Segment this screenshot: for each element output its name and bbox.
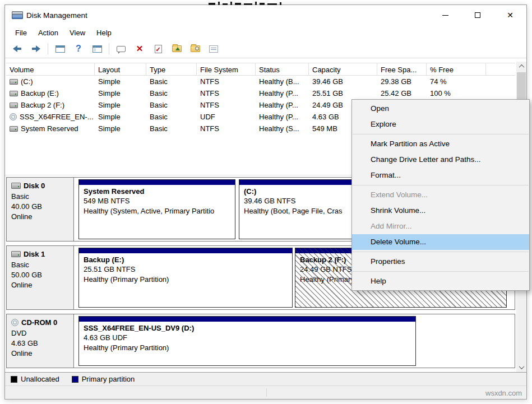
volume-list-header: Volume Layout Type File System Status Ca… xyxy=(6,63,515,76)
delete-volume-button[interactable]: ✕ xyxy=(133,42,146,55)
disk1-label[interactable]: Disk 1 Basic 50.00 GB Online xyxy=(7,246,74,309)
disk-status: Online xyxy=(11,349,73,359)
menu-item-delete-volume[interactable]: Delete Volume... xyxy=(352,234,529,250)
folder-search-button[interactable] xyxy=(188,42,202,55)
toolbar: ? ✕ xyxy=(5,40,526,58)
partition-backup-e[interactable]: Backup (E:) 25.51 GB NTFS Healthy (Prima… xyxy=(78,248,293,308)
partition-dvd-d[interactable]: SSS_X64FREE_EN-US_DV9 (D:) 4.63 GB UDF H… xyxy=(78,316,416,366)
menu-item-format[interactable]: Format... xyxy=(352,168,529,183)
console-tree-button[interactable] xyxy=(90,42,104,55)
menu-item-open[interactable]: Open xyxy=(352,101,529,117)
menu-help[interactable]: Help xyxy=(91,26,117,39)
properties-check-button[interactable] xyxy=(151,42,165,55)
cell-capacity: 25.51 GB xyxy=(309,89,377,97)
legend-unallocated: Unallocated xyxy=(11,375,59,383)
minimize-button[interactable] xyxy=(429,5,461,25)
window-controls: ✕ xyxy=(429,5,526,25)
menu-separator xyxy=(353,185,529,185)
disk-size: 4.63 GB xyxy=(11,338,73,349)
forward-button[interactable] xyxy=(29,42,43,55)
unallocated-swatch xyxy=(11,376,17,383)
watermark: wsxdn.com xyxy=(485,389,522,397)
console-window-button[interactable] xyxy=(53,42,67,55)
menu-item-shrink-volume[interactable]: Shrink Volume... xyxy=(352,203,529,219)
details-view-button[interactable] xyxy=(207,42,220,55)
cell-type: Basic xyxy=(146,89,197,97)
minimize-icon xyxy=(442,15,448,16)
cell-status: Healthy (P... xyxy=(256,101,309,109)
partition-title: System Reserved xyxy=(79,185,235,196)
partition-size: 25.51 GB NTFS xyxy=(79,264,292,274)
help-button[interactable]: ? xyxy=(72,42,85,55)
scroll-up-button[interactable] xyxy=(516,62,526,71)
volume-row-backup-e[interactable]: Backup (E:) Simple Basic NTFS Healthy (P… xyxy=(6,87,515,99)
maximize-button[interactable] xyxy=(461,5,494,25)
disk-name: Disk 1 xyxy=(24,250,45,258)
disk-size: 40.00 GB xyxy=(11,202,73,212)
menu-item-explore[interactable]: Explore xyxy=(352,117,529,132)
cell-layout: Simple xyxy=(95,124,146,133)
cell-type: Basic xyxy=(146,124,197,133)
disk-kind: DVD xyxy=(11,328,73,338)
titlebar[interactable]: Disk Management ✕ xyxy=(5,5,526,25)
column-header-capacity[interactable]: Capacity xyxy=(309,63,377,75)
menu-action[interactable]: Action xyxy=(33,26,64,39)
cropped-text-fragment xyxy=(209,0,281,5)
disk-icon xyxy=(11,183,21,189)
disk0-label[interactable]: Disk 0 Basic 40.00 GB Online xyxy=(7,178,74,241)
column-header-file-system[interactable]: File System xyxy=(197,63,256,75)
cell-fs: NTFS xyxy=(197,101,256,109)
client-area: Volume Layout Type File System Status Ca… xyxy=(5,58,526,386)
document-check-icon xyxy=(155,45,162,53)
toolbar-separator xyxy=(109,43,109,54)
cell-fs: NTFS xyxy=(197,77,256,86)
column-header-type[interactable]: Type xyxy=(146,63,197,75)
menu-item-help[interactable]: Help xyxy=(352,273,529,289)
column-header-layout[interactable]: Layout xyxy=(95,63,146,75)
partition-system-reserved[interactable]: System Reserved 549 MB NTFS Healthy (Sys… xyxy=(78,179,235,239)
cell-type: Basic xyxy=(146,77,197,86)
volume-name: (C:) xyxy=(21,77,33,86)
menu-item-change-drive-letter[interactable]: Change Drive Letter and Paths... xyxy=(352,152,529,168)
menu-item-properties[interactable]: Properties xyxy=(352,254,529,270)
cell-free: 29.38 GB xyxy=(377,77,427,86)
action-menu-button[interactable] xyxy=(114,42,128,55)
column-header-free-space[interactable]: Free Spa... xyxy=(377,63,427,75)
partition-size: 549 MB NTFS xyxy=(79,196,235,206)
status-bar xyxy=(5,386,526,399)
legend-label: Primary partition xyxy=(82,375,135,383)
delete-x-icon: ✕ xyxy=(136,44,144,54)
drive-icon xyxy=(10,91,18,96)
menu-file[interactable]: File xyxy=(10,26,33,39)
close-button[interactable]: ✕ xyxy=(494,5,526,25)
back-button[interactable] xyxy=(11,42,24,55)
column-header-volume[interactable]: Volume xyxy=(6,63,95,75)
cell-layout: Simple xyxy=(95,113,146,121)
menu-view[interactable]: View xyxy=(64,26,91,39)
cell-layout: Simple xyxy=(95,89,146,97)
folder-up-icon xyxy=(172,45,182,52)
column-header-status[interactable]: Status xyxy=(256,63,309,75)
cell-status: Healthy (S... xyxy=(256,124,309,133)
cdrom0-label[interactable]: CD-ROM 0 DVD 4.63 GB Online xyxy=(7,314,74,368)
volume-row-c[interactable]: (C:) Simple Basic NTFS Healthy (B... 39.… xyxy=(6,76,515,87)
primary-partition-swatch xyxy=(72,376,78,383)
partition-title: Backup (E:) xyxy=(79,253,292,264)
scroll-down-button[interactable] xyxy=(516,363,526,372)
drive-icon xyxy=(10,79,18,85)
legend-primary-partition: Primary partition xyxy=(72,375,135,383)
drive-icon xyxy=(10,126,18,132)
menu-item-mark-partition-active[interactable]: Mark Partition as Active xyxy=(352,136,529,152)
toolbar-separator xyxy=(48,43,48,54)
primary-partition-strip xyxy=(79,317,415,322)
disk-management-app-icon xyxy=(12,11,22,19)
disk-icon xyxy=(11,251,21,257)
column-header-pct-free[interactable]: % Free xyxy=(427,63,486,75)
volume-name: Backup (E:) xyxy=(21,89,59,97)
disk-management-window: Disk Management ✕ File Action View Help … xyxy=(4,4,527,400)
cell-status: Healthy (B... xyxy=(256,77,309,86)
folder-up-button[interactable] xyxy=(170,42,183,55)
cell-capacity: 39.46 GB xyxy=(309,77,377,86)
legend-bar: Unallocated Primary partition xyxy=(5,372,526,386)
cell-status: Healthy (P... xyxy=(256,89,309,97)
